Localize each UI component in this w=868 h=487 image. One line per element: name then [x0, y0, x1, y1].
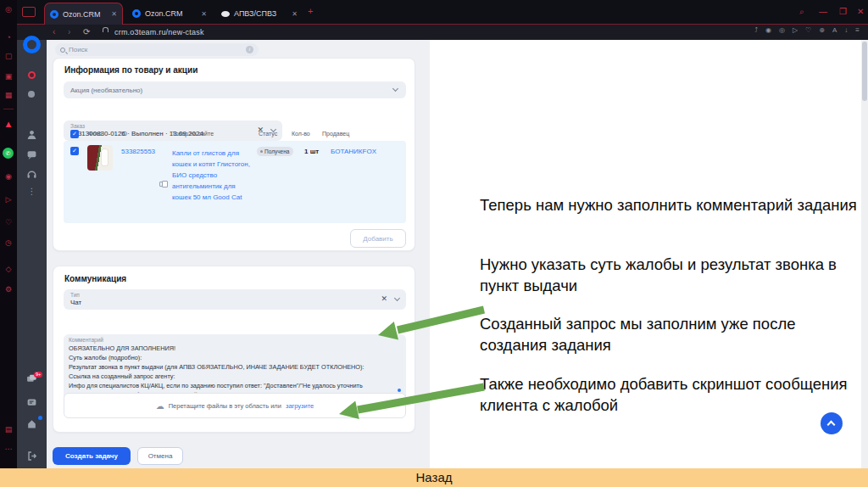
tab-ozon-crm-2[interactable]: Ozon.CRM ✕ — [127, 3, 212, 25]
browser-search-icon[interactable]: ⌕ — [799, 7, 804, 17]
scrollbar-thumb[interactable] — [862, 42, 867, 101]
record-status-icon[interactable] — [28, 71, 36, 79]
forward-icon[interactable]: › — [68, 27, 70, 36]
search-placeholder: Поиск — [69, 46, 87, 53]
send-icon[interactable]: ▷ — [0, 194, 17, 204]
type-value: Чат — [70, 299, 81, 307]
more-vertical-icon[interactable]: ⋮ — [26, 187, 37, 196]
flame-icon[interactable]: ▲ — [0, 119, 17, 129]
product-name-link[interactable]: Капли от глистов для кошек и котят Глист… — [172, 148, 255, 203]
cancel-button[interactable]: Отмена — [137, 447, 183, 465]
sidebar-toggle-icon[interactable] — [22, 7, 36, 17]
url-text[interactable]: crm.o3team.ru/new-ctask — [114, 28, 204, 36]
slide-back-bar[interactable]: Назад — [0, 468, 868, 487]
share-icon[interactable]: ⤴ — [754, 26, 758, 34]
tab-apvz-spvz[interactable]: АПВЗ/СПВЗ ✕ — [216, 3, 303, 25]
translate-icon[interactable]: ⊕ — [819, 26, 825, 34]
ozon-logo[interactable] — [23, 36, 41, 53]
browser-url-bar: ‹ › ⟳ crm.o3team.ru/new-ctask — [0, 25, 868, 40]
add-button[interactable]: Добавить — [350, 229, 406, 248]
copy-icon[interactable] — [159, 182, 164, 187]
product-photo[interactable] — [87, 145, 113, 171]
col-id: ID — [121, 131, 127, 137]
back-label[interactable]: Назад — [416, 470, 453, 484]
annotation-text-3: Созданный запрос мы заполним уже после с… — [480, 313, 858, 355]
clock-icon[interactable]: ◔ — [0, 32, 17, 42]
shape-icon[interactable]: ◇ — [0, 264, 17, 274]
heart-icon[interactable]: ♡ — [0, 217, 17, 227]
clear-icon[interactable]: ✕ — [381, 294, 387, 303]
maximize-button[interactable]: ❐ — [839, 7, 847, 16]
tab-favicon — [221, 11, 230, 17]
product-id-link[interactable]: 533825553 — [121, 148, 155, 155]
history-icon[interactable]: ◷ — [0, 238, 17, 248]
col-photo: Фото — [88, 131, 102, 137]
upload-cloud-icon: ☁ — [156, 401, 164, 411]
annotation-text-2: Нужно указать суть жалобы и результат зв… — [480, 254, 858, 296]
logout-icon[interactable] — [26, 450, 37, 465]
home-icon[interactable] — [26, 417, 37, 433]
comment-label: Комментарий — [69, 337, 103, 343]
home-notification-dot — [38, 416, 42, 420]
new-tab-button[interactable]: + — [308, 6, 313, 16]
annotation-text-1: Теперь нам нужно заполнить комментарий з… — [480, 194, 858, 216]
minimize-button[interactable]: — — [819, 7, 827, 16]
file-dropzone[interactable]: ☁ Перетащите файлы в эту область или заг… — [64, 393, 406, 418]
chat-icon[interactable] — [26, 396, 37, 411]
chevron-up-icon — [826, 421, 835, 429]
type-label: Тип — [70, 292, 80, 299]
favorites-icon[interactable]: ♡ — [805, 26, 811, 34]
tab-title: Ozon.CRM — [63, 10, 101, 19]
extension-icon[interactable]: ◎ — [779, 26, 785, 34]
upload-link[interactable]: загрузите — [286, 402, 314, 410]
page-scrollbar[interactable] — [861, 40, 868, 468]
grid-icon[interactable]: ▦ — [0, 90, 17, 100]
status-badge: Получена — [257, 147, 293, 156]
card-title: Информация по товару и акции — [64, 65, 198, 75]
card-title: Коммуникация — [64, 274, 126, 283]
browser-tab-bar: Ozon.CRM ✕ Ozon.CRM ✕ АПВЗ/СПВЗ ✕ + ⌕ — … — [0, 0, 868, 25]
reload-icon[interactable]: ⟳ — [83, 27, 90, 36]
settings-icon[interactable]: ⚙ — [0, 284, 17, 294]
status-dot-icon[interactable] — [28, 91, 35, 98]
browser-toolbar: ⤴ ◉ ◎ ▷ ♡ ⊕ A ↓ ≡ — [754, 26, 860, 34]
divider — [3, 109, 14, 109]
tab-ozon-crm-active[interactable]: Ozon.CRM ✕ — [44, 3, 123, 25]
tab-title: АПВЗ/СПВЗ — [234, 9, 276, 18]
status-text: Получена — [264, 148, 289, 154]
tab-close-icon[interactable]: ✕ — [111, 10, 117, 18]
tab-close-icon[interactable]: ✕ — [201, 10, 207, 18]
close-button[interactable]: ✕ — [857, 7, 864, 16]
resize-handle[interactable] — [398, 389, 401, 392]
seller-link[interactable]: БОТАНИКFOX — [331, 148, 376, 155]
notifications-badge: 9+ — [34, 372, 42, 378]
more-icon[interactable]: ⋯ — [0, 444, 17, 454]
messages-icon[interactable] — [26, 148, 37, 164]
info-icon[interactable]: i — [246, 46, 253, 53]
communication-card: Коммуникация Тип Чат ✕ Комментарий ОБЯЗА… — [53, 266, 415, 433]
select-all-checkbox[interactable]: ✓ — [70, 130, 79, 138]
type-select[interactable]: Тип Чат ✕ — [64, 289, 406, 310]
image-icon[interactable]: ▤ — [0, 424, 17, 434]
record-icon[interactable]: ◉ — [0, 171, 17, 182]
action-select[interactable]: Акция (необязательно) — [64, 81, 406, 98]
search-input[interactable]: Поиск i — [55, 43, 259, 56]
quantity-value: 1 шт — [304, 148, 319, 155]
create-task-button[interactable]: Создать задачу — [53, 447, 131, 465]
chevron-down-icon — [394, 295, 400, 301]
table-row[interactable]: ✓ 533825553 Капли от глистов для кошек и… — [64, 141, 406, 223]
downloads-icon[interactable]: ↓ — [844, 26, 848, 34]
support-icon[interactable] — [26, 168, 37, 183]
tab-close-icon[interactable]: ✕ — [292, 10, 298, 18]
monitor-icon[interactable]: ▣ — [0, 71, 17, 81]
profile-icon[interactable]: A — [832, 26, 837, 34]
lens-icon[interactable]: ◎ — [0, 4, 17, 14]
box-icon[interactable]: ▢ — [0, 51, 17, 61]
back-icon[interactable]: ‹ — [53, 27, 55, 36]
screenshot-icon[interactable]: ◉ — [765, 26, 771, 34]
whatsapp-icon[interactable]: ✆ — [3, 148, 14, 159]
profile-icon[interactable] — [26, 128, 37, 143]
menu-icon[interactable]: ≡ — [855, 26, 860, 34]
row-checkbox[interactable]: ✓ — [70, 147, 79, 155]
send-icon[interactable]: ▷ — [793, 26, 798, 34]
